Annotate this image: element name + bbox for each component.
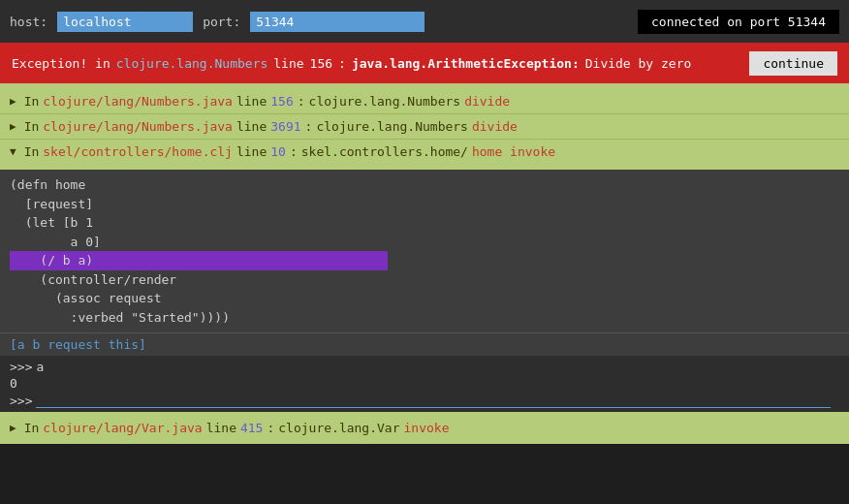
stack-line-num: 415 — [240, 421, 263, 435]
stack-arrow-icon: ▶ — [10, 422, 16, 434]
stack-in-text: In — [24, 119, 40, 134]
host-label: host: — [10, 15, 47, 29]
stack-colon: : — [290, 144, 298, 159]
stack-in-text: In — [24, 421, 40, 435]
code-line: (/ b a) — [10, 251, 388, 270]
stack-class: clojure.lang.Numbers — [309, 94, 461, 109]
repl-area: >>> a 0 >>> — [0, 356, 849, 412]
bottom-stack-panel: ▶ In clojure/lang/Var.java line 415: clo… — [0, 412, 849, 444]
repl-input-field[interactable] — [36, 393, 831, 408]
stack-colon: : — [267, 421, 274, 435]
exception-bar: Exception! in clojure.lang.Numbers line … — [0, 43, 849, 83]
repl-output-1: 0 — [10, 374, 839, 393]
stack-in-text: In — [24, 144, 40, 159]
exception-message: Divide by zero — [585, 56, 692, 71]
port-input[interactable] — [250, 12, 424, 32]
repl-input-text-1: a — [36, 360, 44, 374]
stack-file: clojure/lang/Var.java — [43, 421, 202, 435]
stack-method: home invoke — [472, 144, 555, 159]
locals-bar: [a b request this] — [0, 332, 849, 356]
stack-arrow-icon: ▶ — [10, 95, 16, 108]
code-panel: (defn home [request] (let [b 1 a 0] (/ b… — [0, 170, 849, 332]
bottom-stack-items: ▶ In clojure/lang/Var.java line 415: clo… — [0, 416, 849, 440]
stack-line-label: line — [236, 119, 267, 134]
stack-items: ▶ In clojure/lang/Numbers.java line 156:… — [0, 89, 849, 164]
stacktrace-panel: ▶ In clojure/lang/Numbers.java line 156:… — [0, 83, 849, 170]
stack-item[interactable]: ▶ In clojure/lang/Numbers.java line 3691… — [0, 114, 849, 139]
stack-file: clojure/lang/Numbers.java — [43, 119, 233, 134]
stack-colon: : — [305, 119, 313, 134]
port-label: port: — [203, 15, 240, 29]
stack-arrow-icon: ▼ — [10, 145, 16, 158]
code-line: (assoc request — [10, 289, 839, 308]
stack-line-label: line — [206, 421, 236, 435]
code-line: :verbed "Started")))) — [10, 308, 839, 328]
stack-method: divide — [472, 119, 518, 134]
exception-line-num: 156 — [310, 56, 332, 71]
repl-line-1: >>> a — [10, 360, 839, 374]
bottom-stack-item[interactable]: ▶ In clojure/lang/Var.java line 415: clo… — [0, 416, 849, 440]
code-line: (defn home — [10, 175, 839, 195]
stack-file: clojure/lang/Numbers.java — [43, 94, 233, 109]
stack-arrow-icon: ▶ — [10, 120, 16, 133]
stack-line-label: line — [236, 94, 267, 109]
stack-line-num: 156 — [270, 94, 293, 109]
stack-class: skel.controllers.home/ — [301, 144, 468, 159]
continue-button[interactable]: continue — [749, 51, 837, 76]
code-line: (let [b 1 — [10, 213, 839, 233]
stack-class: clojure.lang.Var — [278, 421, 399, 435]
stack-item[interactable]: ▼ In skel/controllers/home.clj line 10: … — [0, 140, 849, 164]
stack-in-text: In — [24, 94, 40, 109]
stack-item[interactable]: ▶ In clojure/lang/Numbers.java line 156:… — [0, 89, 849, 113]
stack-line-label: line — [236, 144, 267, 159]
stack-line-num: 3691 — [270, 119, 300, 134]
repl-prompt-1: >>> — [10, 360, 32, 374]
stack-method: invoke — [404, 421, 450, 435]
repl-line-2[interactable]: >>> — [10, 393, 839, 408]
host-input[interactable] — [57, 12, 193, 32]
exception-type: java.lang.ArithmeticException: — [352, 56, 580, 71]
code-lines: (defn home [request] (let [b 1 a 0] (/ b… — [10, 175, 839, 327]
code-line: a 0] — [10, 233, 839, 252]
exception-class: clojure.lang.Numbers — [116, 56, 268, 71]
locals-label: [a b request this] — [10, 337, 146, 352]
stack-line-num: 10 — [270, 144, 286, 159]
stack-file: skel/controllers/home.clj — [43, 144, 233, 159]
header-bar: host: port: connected on port 51344 — [0, 0, 849, 43]
exception-colon: : — [338, 56, 346, 71]
stack-class: clojure.lang.Numbers — [316, 119, 468, 134]
exception-prefix: Exception! in — [12, 56, 110, 71]
code-line: [request] — [10, 195, 839, 214]
connected-badge: connected on port 51344 — [638, 10, 839, 34]
exception-line-label: line — [273, 56, 303, 71]
stack-colon: : — [298, 94, 305, 109]
repl-prompt-2: >>> — [10, 394, 32, 408]
stack-method: divide — [464, 94, 510, 109]
code-line: (controller/render — [10, 270, 839, 290]
